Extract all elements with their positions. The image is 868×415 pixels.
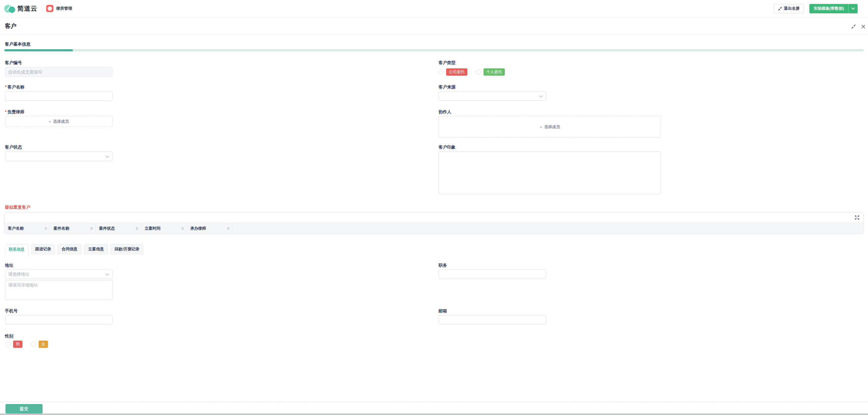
email-input[interactable] (439, 315, 546, 324)
responsible-lawyer-label: 负责律师 (5, 109, 24, 115)
chevron-down-icon (539, 94, 542, 97)
sort-carets-icon (227, 227, 229, 230)
duplicate-table-header-row: 客户名称 案件名称 案件状态 立案时间 承办律师 (5, 223, 863, 234)
column-header-handling-lawyer[interactable]: 承办律师 (187, 223, 232, 234)
tab-payment-invoice-records[interactable]: 回款/开票记录 (111, 244, 144, 254)
duplicate-customers-label: 疑似重复客户 (5, 205, 30, 210)
expand-arrows-icon[interactable] (855, 215, 860, 220)
customer-impression-textarea[interactable] (439, 152, 661, 194)
column-header-label: 案件名称 (54, 226, 69, 231)
plus-icon (540, 124, 542, 129)
logo[interactable]: 简道云 (4, 4, 37, 14)
customer-status-select[interactable] (5, 152, 113, 161)
column-header-case-name[interactable]: 案件名称 (50, 223, 96, 234)
exit-fullscreen-button[interactable]: 退出全屏 (774, 4, 804, 13)
header-filler-cell (232, 223, 863, 234)
compress-arrows-icon (778, 7, 782, 11)
logo-text: 简道云 (17, 4, 37, 13)
duplicate-table-toolbar (5, 212, 863, 223)
detail-tabs: 联系信息 跟进记录 合同信息 立案信息 回款/开票记录 (5, 244, 144, 257)
form-title: 客户 (5, 22, 17, 30)
customer-impression-label: 客户印象 (439, 144, 456, 150)
install-template-split-button: 安装模板(带数据) (809, 4, 858, 13)
top-bar: 简道云 律所管理 退出全屏 安装模板(带数据) (0, 0, 868, 17)
chevron-down-icon (105, 154, 109, 157)
section-progress-bar (4, 49, 864, 51)
collaborator-label: 协作人 (439, 109, 451, 115)
app-name: 律所管理 (56, 6, 72, 11)
sort-carets-icon (90, 227, 93, 230)
customer-status-label: 客户状态 (5, 144, 22, 150)
sort-carets-icon (45, 227, 47, 230)
customer-type-label: 客户类型 (439, 60, 456, 66)
install-template-button[interactable]: 安装模板(带数据) (809, 4, 848, 13)
column-header-label: 案件状态 (99, 226, 115, 231)
customer-type-radio-group: 公司委托 个人委托 (439, 68, 505, 76)
address-detail-textarea[interactable] (5, 280, 113, 300)
jiandaoyun-logo-icon (4, 4, 15, 14)
column-header-customer-name[interactable]: 客户名称 (5, 223, 50, 234)
section-progress-fill (4, 49, 73, 51)
column-header-case-status[interactable]: 案件状态 (96, 223, 141, 234)
address-select-placeholder: 请选择地址 (8, 272, 29, 277)
sort-carets-icon (136, 227, 138, 230)
gender-radio-male[interactable] (5, 342, 10, 347)
tab-contact-info[interactable]: 联系信息 (5, 244, 29, 257)
customer-type-option-company[interactable]: 公司委托 (446, 68, 467, 76)
column-header-label: 承办律师 (190, 226, 206, 231)
select-member-label: 选择成员 (544, 124, 560, 130)
chevron-down-icon (105, 272, 109, 275)
submit-button[interactable]: 提交 (5, 404, 42, 413)
sort-carets-icon (181, 227, 184, 230)
position-input[interactable] (439, 269, 546, 279)
chevron-down-icon (851, 6, 855, 9)
exit-fullscreen-label: 退出全屏 (784, 6, 800, 11)
customer-source-select[interactable] (439, 91, 546, 101)
flower-app-icon (46, 5, 54, 12)
customer-type-radio-personal[interactable] (476, 70, 481, 74)
gender-radio-group: 男 女 (5, 341, 48, 348)
window-bottom-edge (0, 413, 868, 415)
tab-contract-info[interactable]: 合同信息 (58, 244, 82, 254)
email-label: 邮箱 (439, 308, 447, 314)
address-select[interactable]: 请选择地址 (5, 269, 113, 279)
customer-name-input[interactable] (5, 91, 113, 101)
customer-type-radio-company[interactable] (439, 70, 443, 74)
column-header-label: 立案时间 (145, 226, 160, 231)
customer-source-label: 客户来源 (439, 84, 456, 90)
close-icon[interactable] (861, 24, 866, 29)
install-template-label: 安装模板(带数据) (814, 6, 844, 11)
tab-follow-up-records[interactable]: 跟进记录 (31, 244, 55, 254)
gender-option-female[interactable]: 女 (39, 341, 48, 348)
customer-no-label: 客户编号 (5, 60, 22, 66)
section-title: 客户基本信息 (5, 42, 30, 47)
gender-option-male[interactable]: 男 (13, 341, 23, 348)
customer-type-option-personal[interactable]: 个人委托 (484, 68, 505, 76)
plus-icon (49, 119, 51, 124)
phone-label: 手机号 (5, 308, 18, 314)
column-header-filing-time[interactable]: 立案时间 (141, 223, 187, 234)
duplicate-customers-table: 客户名称 案件名称 案件状态 立案时间 承办律师 (4, 212, 864, 234)
form-title-bar: 客户 (0, 17, 868, 34)
customer-name-label: 客户名称 (5, 84, 24, 90)
tab-filing-info[interactable]: 立案信息 (84, 244, 108, 254)
address-label: 地址 (5, 262, 13, 268)
gender-label: 性别 (5, 333, 13, 339)
gender-radio-female[interactable] (31, 342, 36, 347)
customer-no-input (5, 67, 113, 76)
column-header-label: 客户名称 (8, 226, 24, 231)
responsible-lawyer-select-member-button[interactable]: 选择成员 (5, 116, 113, 127)
select-member-label: 选择成员 (53, 119, 69, 124)
phone-input[interactable] (5, 315, 113, 324)
collapse-arrows-icon[interactable] (851, 24, 856, 29)
collaborator-select-member-button[interactable]: 选择成员 (439, 116, 661, 138)
form-body: 客户基本信息 客户编号 客户类型 公司委托 个人委托 客户名称 客户来源 负责律… (0, 34, 868, 402)
form-footer: 提交 (0, 402, 868, 413)
position-label: 职务 (439, 262, 447, 268)
install-template-dropdown-button[interactable] (848, 4, 858, 13)
